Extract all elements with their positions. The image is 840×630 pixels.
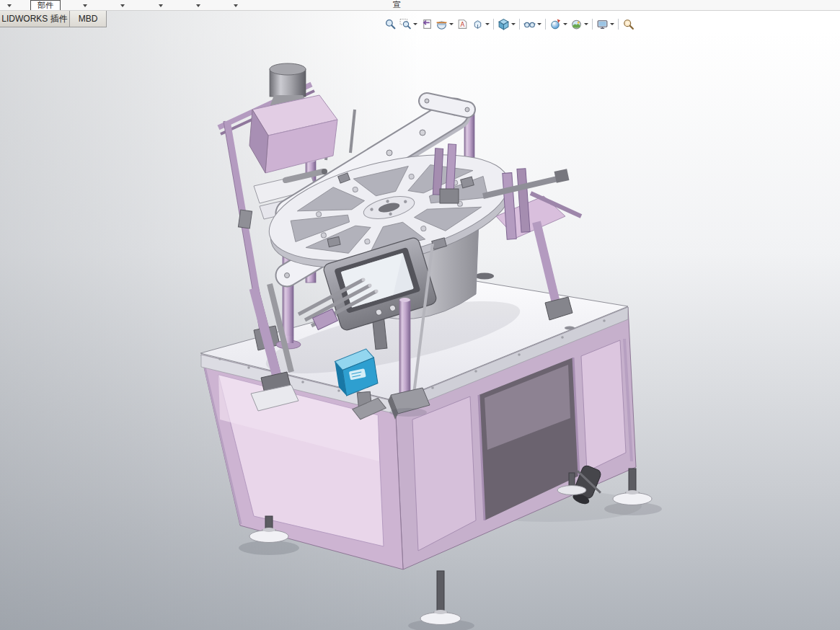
section-view-icon	[436, 18, 448, 30]
chevron-down-icon	[610, 23, 614, 25]
zoom-to-fit-button[interactable]	[383, 15, 398, 32]
toolbar-dropdown-caret[interactable]	[6, 3, 12, 9]
toolbar-separator	[519, 19, 520, 30]
chevron-down-icon	[584, 23, 588, 25]
toolbar-separator	[618, 19, 619, 30]
view-settings-button[interactable]	[595, 15, 616, 32]
document-tab[interactable]: 部件	[30, 0, 61, 10]
zoom-to-area-icon	[399, 18, 412, 30]
toolbar-dropdown-caret[interactable]	[119, 3, 125, 9]
annotation-view-button[interactable]: A	[455, 15, 470, 32]
annotation-view-icon: A	[456, 18, 469, 30]
toolbar-dropdown-caret[interactable]	[81, 3, 88, 9]
chevron-down-icon	[413, 23, 417, 25]
chevron-down-icon	[537, 23, 541, 25]
zoom-to-area-button[interactable]	[398, 15, 419, 32]
display-style-button[interactable]	[496, 15, 517, 32]
magnifier-button[interactable]	[621, 15, 636, 32]
toolbar-dropdown-caret[interactable]	[157, 3, 164, 9]
hide-show-items-button[interactable]	[522, 15, 543, 32]
chevron-down-icon	[563, 23, 567, 25]
tab-solidworks-addins[interactable]: LIDWORKS 插件	[0, 10, 70, 27]
menu-bar: 部件 宣	[0, 0, 840, 11]
hide-show-items-icon	[523, 18, 536, 30]
heads-up-view-toolbar: A	[383, 15, 636, 32]
previous-view-button[interactable]	[419, 15, 434, 32]
section-view-button[interactable]	[434, 15, 455, 32]
view-settings-icon	[596, 18, 609, 30]
magnifier-icon	[622, 18, 635, 30]
previous-view-icon	[420, 18, 433, 30]
edit-appearance-button[interactable]	[548, 15, 569, 32]
svg-text:A: A	[461, 21, 465, 28]
chevron-down-icon	[449, 23, 454, 25]
tabletop-hole	[475, 273, 494, 280]
chevron-down-icon	[485, 23, 490, 25]
edit-appearance-icon	[549, 18, 562, 30]
graphics-viewport[interactable]	[0, 0, 840, 630]
toolbar-separator	[545, 19, 546, 30]
view-orientation-button[interactable]	[470, 15, 491, 32]
3d-model-machine[interactable]	[0, 0, 840, 630]
display-style-icon	[498, 18, 510, 30]
menu-item[interactable]: 宣	[393, 0, 401, 9]
toolbar-separator	[592, 19, 593, 30]
apply-scene-button[interactable]	[569, 15, 590, 32]
view-orientation-icon	[472, 18, 484, 30]
solidworks-window: 部件 宣 LIDWORKS 插件 MBD	[0, 0, 840, 630]
chevron-down-icon	[511, 23, 516, 25]
toolbar-dropdown-caret[interactable]	[195, 3, 201, 9]
zoom-to-fit-icon	[384, 18, 397, 30]
apply-scene-icon	[570, 18, 583, 30]
tab-mbd[interactable]: MBD	[69, 10, 107, 27]
toolbar-dropdown-caret[interactable]	[232, 3, 239, 9]
toolbar-separator	[493, 19, 494, 30]
